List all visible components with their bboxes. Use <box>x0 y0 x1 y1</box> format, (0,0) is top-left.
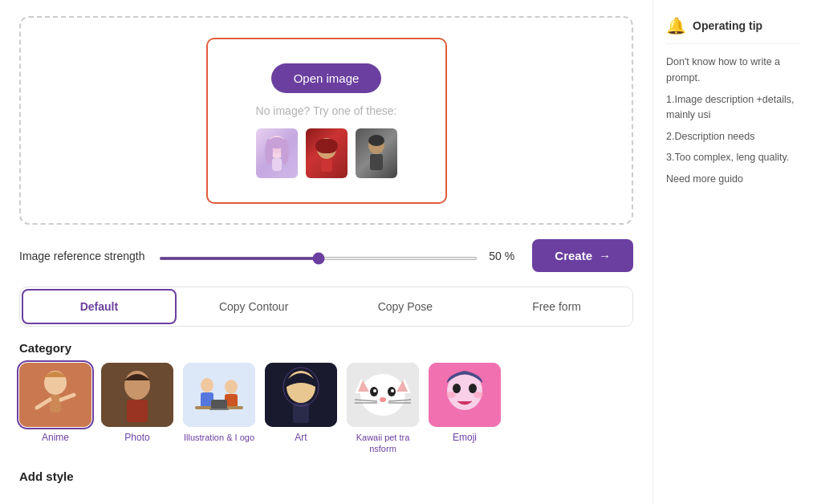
category-name-illustration: Illustration & I ogo <box>184 432 254 443</box>
sample-image-red-hood[interactable] <box>306 128 348 178</box>
svg-rect-14 <box>50 395 61 413</box>
sidebar-tip-4: Need more guido <box>666 172 800 187</box>
svg-rect-27 <box>209 408 229 410</box>
category-name-kawaii: Kawaii pet tra nsform <box>347 432 419 455</box>
category-name-art: Art <box>295 432 307 445</box>
no-image-text: No image? Try one of these: <box>256 104 397 117</box>
svg-point-41 <box>391 389 394 392</box>
tab-copy-pose[interactable]: Copy Pose <box>330 287 482 326</box>
person-icon <box>360 132 392 174</box>
sample-image-person[interactable] <box>356 128 397 178</box>
slider-container <box>159 249 478 263</box>
svg-point-51 <box>446 392 456 398</box>
sample-image-anime-girl[interactable] <box>256 128 298 178</box>
category-item-art[interactable]: Art <box>265 363 337 455</box>
category-name-emoji: Emoji <box>453 432 477 445</box>
category-label: Category <box>19 341 633 355</box>
category-img-photo <box>101 363 173 427</box>
svg-point-4 <box>281 139 289 165</box>
sidebar-tips-content: Don't know how to write a prompt. 1.Imag… <box>666 54 800 187</box>
svg-point-42 <box>380 397 386 402</box>
svg-point-52 <box>474 392 483 398</box>
svg-point-21 <box>201 378 213 392</box>
bell-icon: 🔔 <box>666 16 686 35</box>
tabs-row: Default Copy Contour Copy Pose Free form <box>19 287 633 327</box>
sidebar-tip-1: 1.Image description +details, mainly usi <box>666 92 800 123</box>
category-section: Category Anime <box>19 341 633 455</box>
category-img-emoji <box>429 363 501 427</box>
category-item-kawaii[interactable]: Kawaii pet tra nsform <box>347 363 419 455</box>
create-button[interactable]: Create → <box>532 239 633 272</box>
main-content: Open image No image? Try one of these: <box>0 0 652 504</box>
svg-rect-19 <box>127 400 148 422</box>
svg-point-40 <box>373 389 376 392</box>
sidebar-tip-3: 3.Too complex, leng quality. <box>666 150 800 165</box>
sidebar-tip-2: 2.Description needs <box>666 129 800 144</box>
sidebar-title: Operating tip <box>693 19 762 32</box>
sidebar: 🔔 Operating tip Don't know how to write … <box>652 0 813 504</box>
tab-free-form[interactable]: Free form <box>481 287 632 326</box>
category-item-illustration[interactable]: Illustration & I ogo <box>183 363 255 455</box>
reference-strength-slider[interactable] <box>159 257 478 260</box>
sample-images-row <box>256 128 397 178</box>
category-item-photo[interactable]: Photo <box>101 363 173 455</box>
svg-rect-11 <box>370 154 383 170</box>
category-img-kawaii <box>347 363 419 427</box>
category-grid: Anime Photo <box>19 363 633 455</box>
open-image-button[interactable]: Open image <box>271 63 382 93</box>
svg-rect-20 <box>183 363 255 427</box>
svg-point-23 <box>225 380 238 394</box>
anime-girl-icon <box>261 132 293 174</box>
tab-copy-contour[interactable]: Copy Contour <box>178 287 330 326</box>
tab-default[interactable]: Default <box>22 289 177 324</box>
svg-point-3 <box>265 139 273 165</box>
svg-rect-5 <box>272 158 282 171</box>
svg-rect-8 <box>321 159 332 172</box>
svg-rect-26 <box>211 400 227 409</box>
category-name-anime: Anime <box>42 432 69 445</box>
reference-strength-row: Image reference strength 50 % Create → <box>19 239 633 272</box>
add-style-label: Add style <box>19 469 633 483</box>
svg-point-10 <box>368 135 384 146</box>
sidebar-header: 🔔 Operating tip <box>666 16 800 44</box>
category-item-emoji[interactable]: Emoji <box>429 363 501 455</box>
category-img-art <box>265 363 337 427</box>
upload-inner: Open image No image? Try one of these: <box>206 38 447 204</box>
red-hood-icon <box>311 132 343 174</box>
category-img-illustration <box>183 363 255 427</box>
upload-area: Open image No image? Try one of these: <box>19 16 633 225</box>
category-item-anime[interactable]: Anime <box>19 363 91 455</box>
strength-percent: 50 % <box>489 250 521 262</box>
sidebar-tip-0: Don't know how to write a prompt. <box>666 54 800 86</box>
svg-point-50 <box>469 384 477 393</box>
category-name-photo: Photo <box>124 432 149 445</box>
svg-point-49 <box>453 384 461 393</box>
svg-point-33 <box>360 374 405 416</box>
reference-strength-label: Image reference strength <box>19 250 148 262</box>
category-img-anime <box>19 363 91 427</box>
